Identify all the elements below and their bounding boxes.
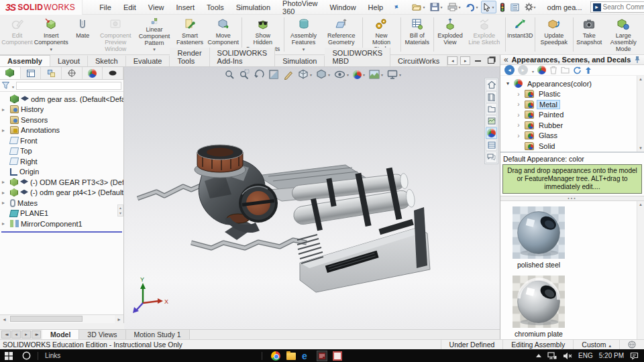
language-indicator[interactable]: ENG [578,352,593,359]
solidworks-2017-icon[interactable] [317,351,327,361]
next-tab-button[interactable] [21,330,31,339]
filter-funnel-icon[interactable] [2,82,9,89]
rack-base[interactable] [297,219,430,292]
tab-sketch[interactable]: Sketch [88,56,126,66]
file-explorer-icon[interactable] [286,353,296,360]
expand-arrow-icon[interactable] [2,107,8,113]
forward-button[interactable] [518,65,528,75]
section-view-button[interactable] [268,68,280,80]
open-button[interactable] [410,1,427,13]
explode-line-sketch-button[interactable]: Explode Line Sketch [465,15,504,54]
view-orientation-button[interactable] [297,68,313,80]
last-tab-button[interactable] [32,330,41,339]
history-dropdown-icon[interactable] [531,66,534,74]
doc-restore-button[interactable] [486,56,496,65]
large-assembly-mode-button[interactable]: Large Assembly Mode [604,15,643,54]
show-hidden-icons-chevron[interactable] [536,354,541,357]
image-viewer-icon[interactable] [333,351,342,361]
tree-row-right-plane[interactable]: Right [0,156,123,167]
expand-arrow-icon[interactable] [515,101,522,108]
home-tab[interactable] [486,79,497,90]
tab-evaluate[interactable]: Evaluate [126,56,170,66]
tree-row-plane1[interactable]: PLANE1 [0,208,123,219]
edge-icon[interactable]: e [302,351,311,361]
zoom-to-fit-button[interactable] [223,68,235,80]
tab-model[interactable]: Model [42,330,79,339]
network-icon[interactable] [547,352,557,360]
configurationmanager-tab[interactable] [41,67,62,79]
configuration-selector[interactable]: Custom [573,340,619,349]
displaymanager-tab[interactable] [83,67,103,79]
expand-arrow-icon[interactable] [515,111,522,119]
previous-pane-button[interactable] [447,56,458,65]
expand-arrow-icon[interactable] [2,200,8,206]
mate-button[interactable]: Mate [69,15,96,54]
quick-tips-toggle[interactable] [619,340,644,349]
appearance-row-rubber[interactable]: Rubber [504,120,644,131]
expand-arrow-icon[interactable] [515,132,522,139]
search-commands-box[interactable]: ▸ [590,1,644,13]
filter-dropdown-icon[interactable] [11,82,14,90]
menu-edit[interactable]: Edit [117,1,142,13]
menu-help[interactable]: Help [362,1,390,13]
visualization-tab[interactable] [103,67,123,79]
chrome-icon[interactable] [271,351,280,361]
filter-input[interactable] [16,82,121,90]
undo-button[interactable] [464,1,480,13]
collapse-panel-icon[interactable] [504,55,508,64]
tab-motion-study-1[interactable]: Motion Study 1 [126,330,190,339]
edit-appearance-ball-icon[interactable] [537,66,546,74]
appearance-row-glass[interactable]: Glass [504,131,644,141]
file-properties-button[interactable] [508,1,521,13]
previous-tab-button[interactable] [11,330,21,339]
tree-row-annotations[interactable]: Annotations [0,125,123,136]
dimxpertmanager-tab[interactable] [62,67,83,79]
previous-view-button[interactable] [253,68,265,80]
swatch-scrollbar[interactable]: ▴▾ [637,201,644,345]
menu-tools[interactable]: Tools [201,1,230,13]
bill-of-materials-button[interactable]: Bill of Materials [402,15,432,54]
rebuild-button[interactable] [498,1,507,14]
open-file-icon[interactable] [561,66,570,74]
expand-arrow-icon[interactable] [2,179,8,185]
tab-solidworks-mbd[interactable]: SOLIDWORKS MBD [325,48,390,66]
swatch-polished-steel[interactable]: polished steel [513,206,565,269]
delete-appearance-icon[interactable] [549,66,557,74]
instant3d-button[interactable]: Instant3D [506,15,533,54]
display-style-button[interactable] [315,68,331,80]
tab-solidworks-addins[interactable]: SOLIDWORKS Add-Ins [210,48,276,66]
tree-row-mates[interactable]: Mates [0,198,123,208]
start-button[interactable] [0,349,17,362]
tree-row-top-plane[interactable]: Top [0,146,123,157]
tab-simulation[interactable]: Simulation [275,56,325,66]
edit-component-button[interactable]: Edit Component [1,15,33,54]
refresh-icon[interactable] [573,66,582,74]
file-explorer-tab[interactable] [486,103,497,115]
action-center-icon[interactable] [630,352,639,360]
back-button[interactable] [504,65,515,75]
appearance-tree-scrollbar[interactable]: ▴▾ [637,76,644,152]
tree-horizontal-scrollbar[interactable] [0,314,123,323]
appearance-root-row[interactable]: Appearances(color) [504,78,644,89]
apply-scene-button[interactable] [368,69,384,80]
featuremanager-tree-tab[interactable] [0,67,21,79]
copper-drum[interactable] [197,145,243,172]
appearances-tab[interactable] [486,127,497,139]
view-palette-tab[interactable] [486,115,497,127]
graphics-viewport[interactable]: Y X [124,67,500,329]
tree-root-row[interactable]: odm gear ass. (Default<Default_Disp [0,94,123,105]
expand-arrow-icon[interactable] [2,190,8,196]
tab-circuitworks[interactable]: CircuitWorks [390,56,447,66]
tree-row-component-pt3[interactable]: (-) ODM GEAR PT3<3> (Default< [0,177,123,188]
forum-tab[interactable] [486,152,497,163]
scroll-right-icon[interactable] [115,315,123,323]
assembly-features-button[interactable]: Assembly Features [285,15,322,54]
save-button[interactable] [428,1,444,13]
cortana-button[interactable] [17,349,35,362]
expand-arrow-icon[interactable] [2,221,8,227]
appearance-row-painted[interactable]: Painted [504,110,644,121]
print-button[interactable] [445,1,462,13]
menu-insert[interactable]: Insert [170,1,201,13]
scroll-left-icon[interactable] [0,315,9,323]
tab-3d-views[interactable]: 3D Views [79,330,125,339]
